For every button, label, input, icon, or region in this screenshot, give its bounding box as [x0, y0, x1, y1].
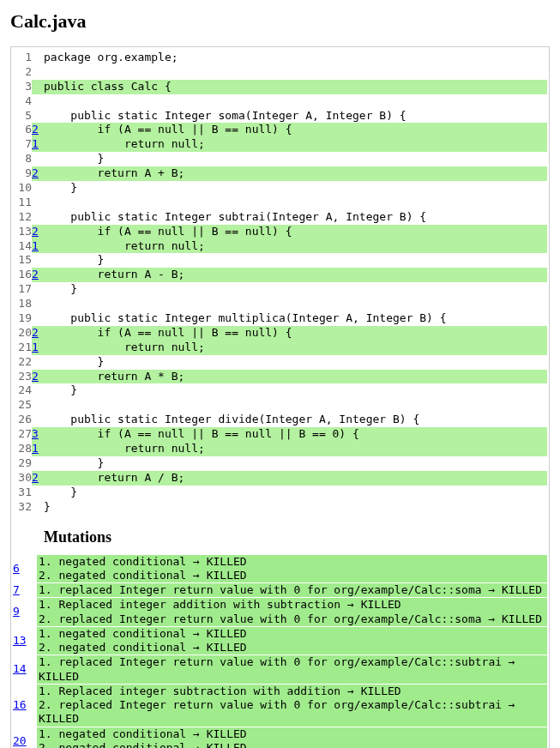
code-row: 3public class Calc { [13, 80, 547, 94]
line-number: 25 [13, 398, 32, 413]
code-row: 211 return null; [13, 341, 547, 355]
line-number: 27 [13, 427, 32, 442]
mutations-table: 61. negated conditional → KILLED2. negat… [13, 555, 547, 749]
mutation-count-link[interactable]: 2 [32, 123, 39, 136]
mutation-desc: 1. negated conditional → KILLED [37, 627, 547, 641]
code-text: } [44, 152, 547, 166]
code-text: public static Integer divide(Integer A, … [44, 413, 547, 427]
mutation-desc: 2. replaced Integer return value with 0 … [37, 698, 547, 727]
code-row: 32} [13, 500, 547, 515]
mutation-desc-cell: 1. negated conditional → KILLED2. negate… [37, 727, 547, 749]
mutation-desc-cell: 1. negated conditional → KILLED2. negate… [37, 627, 547, 655]
mutation-count[interactable]: 1 [32, 341, 44, 355]
mutation-line-link[interactable]: 16 [13, 698, 27, 711]
mutation-count[interactable]: 1 [32, 239, 44, 254]
mutation-count[interactable]: 2 [32, 326, 44, 341]
code-row: 31 } [13, 486, 547, 500]
code-row: 273 if (A == null || B == null || B == 0… [13, 427, 547, 442]
mutation-row: 141. replaced Integer return value with … [13, 655, 547, 684]
code-text: public static Integer subtrai(Integer A,… [44, 210, 547, 225]
mutation-line-link[interactable]: 7 [13, 583, 20, 596]
mutation-line-link[interactable]: 20 [13, 734, 27, 747]
mutation-count[interactable]: 1 [32, 137, 44, 152]
mutation-count [32, 456, 44, 471]
mutation-count [32, 65, 44, 80]
mutation-count[interactable]: 3 [32, 427, 44, 442]
mutation-line-link[interactable]: 14 [13, 662, 27, 675]
code-row: 10 } [13, 181, 547, 196]
line-number: 31 [13, 486, 32, 500]
page-title: Calc.java [10, 10, 550, 33]
code-text: return A - B; [44, 268, 547, 282]
line-number: 26 [13, 413, 32, 427]
mutation-count-link[interactable]: 2 [32, 268, 39, 280]
mutation-count-link[interactable]: 2 [32, 166, 39, 179]
mutation-count[interactable]: 1 [32, 442, 44, 456]
mutation-line-cell: 7 [13, 583, 37, 597]
code-row: 281 return null; [13, 442, 547, 456]
code-row: 25 [13, 398, 547, 413]
line-number: 15 [13, 253, 32, 268]
code-text: package org.example; [44, 51, 547, 65]
mutation-count [32, 297, 44, 311]
mutation-count[interactable]: 2 [32, 268, 44, 282]
mutation-count-link[interactable]: 3 [32, 427, 39, 440]
code-row: 18 [13, 297, 547, 311]
line-number: 23 [13, 370, 32, 384]
line-number: 3 [13, 80, 32, 94]
code-text: } [44, 383, 547, 398]
code-text [44, 94, 547, 109]
mutation-count [32, 109, 44, 124]
mutation-desc-cell: 1. Replaced integer subtraction with add… [37, 685, 547, 727]
code-row: 11 [13, 196, 547, 210]
line-number: 13 [13, 225, 32, 239]
mutation-line-link[interactable]: 6 [13, 562, 20, 575]
code-row: 26 public static Integer divide(Integer … [13, 413, 547, 427]
mutation-line-link[interactable]: 9 [13, 605, 20, 618]
code-row: 302 return A / B; [13, 471, 547, 486]
mutation-count [32, 486, 44, 500]
code-row: 29 } [13, 456, 547, 471]
code-row: 132 if (A == null || B == null) { [13, 225, 547, 239]
mutation-count[interactable]: 2 [32, 370, 44, 384]
mutation-count-link[interactable]: 2 [32, 370, 39, 383]
mutation-count [32, 181, 44, 196]
mutation-count-link[interactable]: 2 [32, 326, 39, 339]
code-row: 62 if (A == null || B == null) { [13, 123, 547, 137]
code-row: 1package org.example; [13, 51, 547, 65]
line-number: 24 [13, 383, 32, 398]
line-number: 30 [13, 471, 32, 486]
mutation-count [32, 94, 44, 109]
line-number: 22 [13, 355, 32, 370]
code-row: 92 return A + B; [13, 166, 547, 181]
code-text: } [44, 181, 547, 196]
line-number: 9 [13, 166, 32, 181]
mutation-count-link[interactable]: 2 [32, 471, 39, 484]
report-panel: 1package org.example;23public class Calc… [10, 46, 550, 748]
mutation-count[interactable]: 2 [32, 166, 44, 181]
mutation-desc-cell: 1. replaced Integer return value with 0 … [37, 583, 547, 597]
mutation-count [32, 253, 44, 268]
code-text [44, 297, 547, 311]
line-number: 29 [13, 456, 32, 471]
mutation-count[interactable]: 2 [32, 471, 44, 486]
code-row: 4 [13, 94, 547, 109]
mutation-count-link[interactable]: 2 [32, 225, 39, 238]
mutation-desc: 2. negated conditional → KILLED [37, 641, 547, 654]
mutation-count-link[interactable]: 1 [32, 442, 39, 455]
mutation-count-link[interactable]: 1 [32, 239, 39, 252]
mutation-line-link[interactable]: 13 [13, 634, 27, 647]
code-text: return A + B; [44, 166, 547, 181]
line-number: 17 [13, 282, 32, 297]
line-number: 7 [13, 137, 32, 152]
code-row: 12 public static Integer subtrai(Integer… [13, 210, 547, 225]
code-text: public class Calc { [44, 80, 547, 94]
mutation-desc: 1. replaced Integer return value with 0 … [37, 583, 547, 597]
mutation-count-link[interactable]: 1 [32, 137, 39, 150]
mutation-count-link[interactable]: 1 [32, 341, 39, 353]
code-row: 19 public static Integer multiplica(Inte… [13, 311, 547, 326]
code-row: 17 } [13, 282, 547, 297]
mutation-count [32, 500, 44, 515]
mutation-count[interactable]: 2 [32, 225, 44, 239]
mutation-count[interactable]: 2 [32, 123, 44, 137]
